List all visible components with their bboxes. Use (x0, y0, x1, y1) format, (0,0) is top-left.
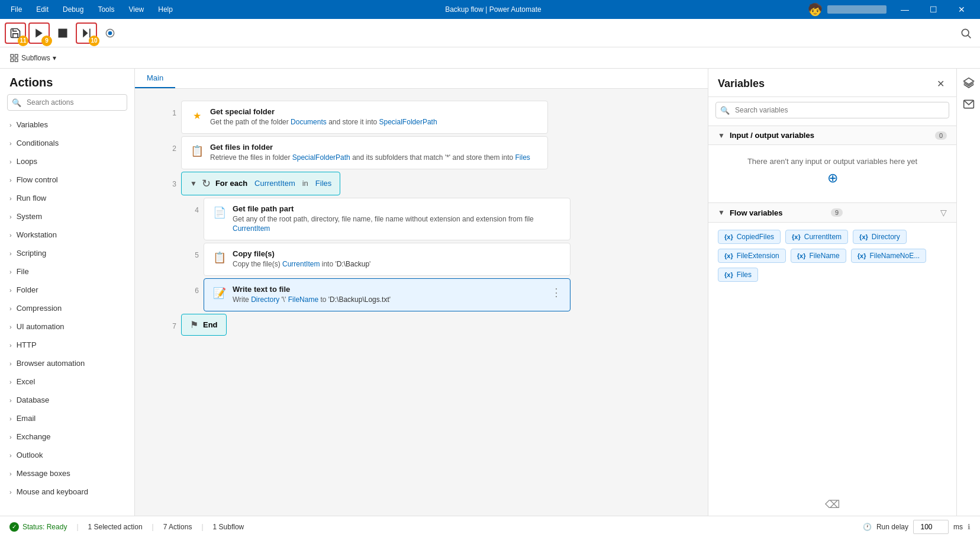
action-browser-automation[interactable]: ›Browser automation (0, 354, 134, 372)
action-exchange[interactable]: ›Exchange (0, 427, 134, 446)
step-5: 5 📋 Copy file(s) Copy the file(s) Curren… (181, 243, 684, 276)
window-controls: — ☐ ✕ (891, 0, 975, 19)
action-email[interactable]: ›Email (0, 409, 134, 427)
action-variables[interactable]: ›Variables (0, 115, 134, 134)
step-more-menu[interactable]: ⋮ (551, 286, 562, 299)
copy2-icon: 📋 (212, 250, 227, 265)
close-button[interactable]: ✕ (948, 0, 975, 19)
var-chip-filename[interactable]: {x} FileName (791, 249, 846, 263)
menu-tools[interactable]: Tools (92, 3, 120, 16)
action-loops[interactable]: ›Loops (0, 152, 134, 171)
action-scripting[interactable]: ›Scripting (0, 244, 134, 262)
action-file[interactable]: ›File (0, 262, 134, 281)
input-output-count: 0 (935, 131, 947, 140)
menu-debug[interactable]: Debug (57, 3, 89, 16)
step-card-6[interactable]: 📝 Write text to file Write Directory '\'… (204, 278, 570, 311)
record-button[interactable] (99, 22, 121, 44)
action-outlook[interactable]: ›Outlook (0, 446, 134, 464)
foreach-in: Files (315, 179, 331, 188)
save-button[interactable]: 11 (5, 22, 26, 44)
subflows-button[interactable]: Subflows ▾ (5, 51, 61, 65)
clock-icon: 🕐 (863, 523, 872, 531)
menu-help[interactable]: Help (152, 3, 179, 16)
svg-rect-9 (15, 54, 18, 57)
tab-main[interactable]: Main (135, 69, 175, 88)
step-card-1[interactable]: ★ Get special folder Get the path of the… (181, 101, 548, 134)
step-card-2[interactable]: 📋 Get files in folder Retrieve the files… (181, 136, 548, 169)
action-flow-control[interactable]: ›Flow control (0, 171, 134, 189)
step-desc-2: Retrieve the files in folder SpecialFold… (210, 153, 539, 163)
toolbar-search-icon[interactable] (956, 24, 975, 43)
var-chip-fileextension[interactable]: {x} FileExtension (718, 249, 786, 263)
write-icon: 📝 (212, 286, 227, 300)
action-conditionals[interactable]: ›Conditionals (0, 134, 134, 152)
step-1: 1 ★ Get special folder Get the path of t… (159, 101, 684, 134)
menu-bar: File Edit Debug Tools View Help (5, 3, 179, 16)
svg-rect-8 (11, 54, 14, 57)
status-bar: ✓ Status: Ready | 1 Selected action | 7 … (0, 516, 980, 537)
layers-icon[interactable] (959, 73, 978, 92)
minimize-button[interactable]: — (891, 0, 918, 19)
actions-search-box: 🔍 (7, 94, 127, 111)
action-http[interactable]: ›HTTP (0, 336, 134, 354)
step-card-4[interactable]: 📄 Get file path part Get any of the root… (204, 198, 570, 241)
email-icon[interactable] (959, 95, 978, 114)
var-chip-copiedfiles[interactable]: {x} CopiedFiles (718, 230, 781, 244)
input-output-empty: There aren't any input or output variabl… (708, 145, 956, 198)
action-compression[interactable]: ›Compression (0, 299, 134, 317)
menu-view[interactable]: View (122, 3, 150, 16)
svg-rect-10 (11, 59, 14, 62)
flow-variables-header[interactable]: ▼ Flow variables 9 ▽ (708, 202, 956, 223)
step-7: 7 ⚑ End (159, 314, 684, 336)
step-card-7[interactable]: ⚑ End (181, 314, 227, 336)
collapse-icon[interactable]: ▼ (190, 179, 197, 188)
variables-close-button[interactable]: ✕ (934, 76, 947, 92)
step-desc-1: Get the path of the folder Documents and… (210, 117, 539, 127)
svg-line-7 (968, 35, 971, 38)
run-button[interactable]: 9 (28, 22, 50, 44)
flow-variables-section: ▼ Flow variables 9 ▽ {x} CopiedFiles {x}… (708, 202, 956, 289)
step-content-1: Get special folder Get the path of the f… (210, 107, 539, 127)
input-output-header[interactable]: ▼ Input / output variables 0 (708, 126, 956, 145)
maximize-button[interactable]: ☐ (920, 0, 947, 19)
action-excel[interactable]: ›Excel (0, 372, 134, 391)
menu-file[interactable]: File (5, 3, 28, 16)
end-label: End (203, 320, 218, 329)
action-run-flow[interactable]: ›Run flow (0, 189, 134, 207)
svg-marker-2 (83, 28, 88, 37)
clear-icon[interactable]: ⌫ (825, 498, 840, 511)
action-workstation[interactable]: ›Workstation (0, 226, 134, 244)
action-folder[interactable]: ›Folder (0, 281, 134, 299)
var-label-directory: Directory (872, 233, 900, 241)
step-card-3[interactable]: ▼ ↻ For each CurrentItem in Files (181, 172, 340, 195)
step-title-6: Write text to file (233, 285, 545, 294)
svg-point-5 (108, 31, 112, 35)
var-chip-files[interactable]: {x} Files (718, 268, 758, 282)
action-mouse-keyboard[interactable]: ›Mouse and keyboard (0, 483, 134, 501)
action-message-boxes[interactable]: ›Message boxes (0, 464, 134, 483)
var-chip-directory[interactable]: {x} Directory (853, 230, 907, 244)
add-variable-button[interactable]: ⊕ (720, 171, 944, 186)
action-ui-automation[interactable]: ›UI automation (0, 317, 134, 336)
var-chip-filenamenoe[interactable]: {x} FileNameNoE... (851, 249, 926, 263)
step-content-4: Get file path part Get any of the root p… (233, 204, 562, 234)
variables-search-input[interactable] (715, 102, 949, 118)
var-label-files: Files (737, 271, 752, 279)
status-subflow: 1 Subflow (213, 523, 244, 531)
star-icon: ★ (190, 108, 204, 123)
copy-icon: 📋 (190, 144, 204, 158)
action-system[interactable]: ›System (0, 207, 134, 226)
var-chip-currentitem[interactable]: {x} CurrentItem (785, 230, 848, 244)
stop-button[interactable] (52, 22, 73, 44)
input-output-title: Input / output variables (730, 131, 931, 140)
filter-icon[interactable]: ▽ (940, 208, 947, 217)
subflows-bar: Subflows ▾ (0, 47, 980, 69)
variables-panel: Variables ✕ 🔍 ▼ Input / output variables… (708, 69, 956, 516)
menu-edit[interactable]: Edit (30, 3, 54, 16)
step-card-5[interactable]: 📋 Copy file(s) Copy the file(s) CurrentI… (204, 243, 570, 276)
status-dot: ✓ (9, 522, 19, 532)
run-delay-input[interactable] (913, 520, 949, 534)
actions-search-input[interactable] (7, 94, 127, 111)
step-button[interactable]: 10 (76, 22, 97, 44)
action-database[interactable]: ›Database (0, 391, 134, 409)
